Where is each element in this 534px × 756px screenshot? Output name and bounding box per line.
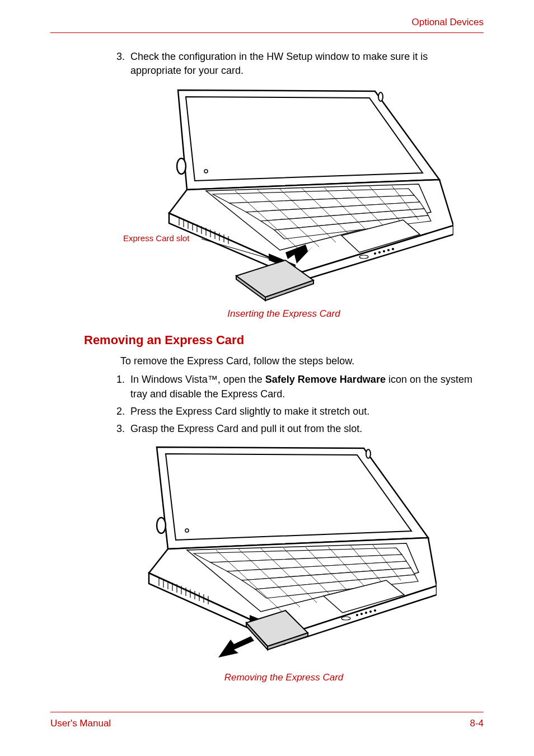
step-text: Check the configuration in the HW Setup … [130,50,478,78]
svg-point-27 [388,250,390,251]
svg-point-28 [392,248,394,250]
svg-point-30 [157,518,166,533]
step-text: Press the Express Card slightly to make … [130,405,478,419]
svg-point-56 [370,611,372,613]
section-heading: Removing an Express Card [84,333,484,348]
remove-step-list: 1. In Windows Vista™, open the Safely Re… [115,373,478,436]
svg-point-24 [374,253,376,255]
svg-point-57 [374,610,376,612]
svg-point-0 [177,158,186,174]
header-divider [50,32,484,33]
top-step-list: 3. Check the configuration in the HW Set… [115,50,478,78]
svg-point-55 [366,612,367,614]
header-section-label: Optional Devices [50,17,484,32]
step-text: In Windows Vista™, open the Safely Remov… [130,373,478,401]
svg-point-31 [366,449,371,458]
step-item: 2. Press the Express Card slightly to ma… [115,405,478,419]
step-number: 3. [115,422,130,436]
figure-removing [123,443,437,666]
step-item: 3. Check the configuration in the HW Set… [115,50,478,78]
svg-point-25 [379,252,381,253]
svg-point-54 [361,613,363,615]
step-item: 3. Grasp the Express Card and pull it ou… [115,422,478,436]
page-footer: User's Manual 8-4 [50,712,484,729]
footer-divider [50,712,484,712]
figure-caption-insert: Inserting the Express Card [50,308,484,320]
footer-page-number: 8-4 [470,718,484,729]
figure-callout-label: Express Card slot [123,233,189,243]
step-item: 1. In Windows Vista™, open the Safely Re… [115,373,478,401]
svg-point-53 [357,614,358,616]
step-text: Grasp the Express Card and pull it out f… [130,422,478,436]
svg-point-26 [383,251,385,252]
step-number: 1. [115,373,130,401]
figure-inserting: Express Card slot [140,84,453,303]
laptop-illustration-remove [123,443,437,666]
footer-left: User's Manual [50,718,111,729]
section-intro: To remove the Express Card, follow the s… [120,355,478,367]
laptop-illustration-insert [140,84,453,303]
figure-caption-remove: Removing the Express Card [50,672,484,683]
step-number: 3. [115,50,130,78]
svg-point-1 [378,92,383,101]
step-number: 2. [115,405,130,419]
